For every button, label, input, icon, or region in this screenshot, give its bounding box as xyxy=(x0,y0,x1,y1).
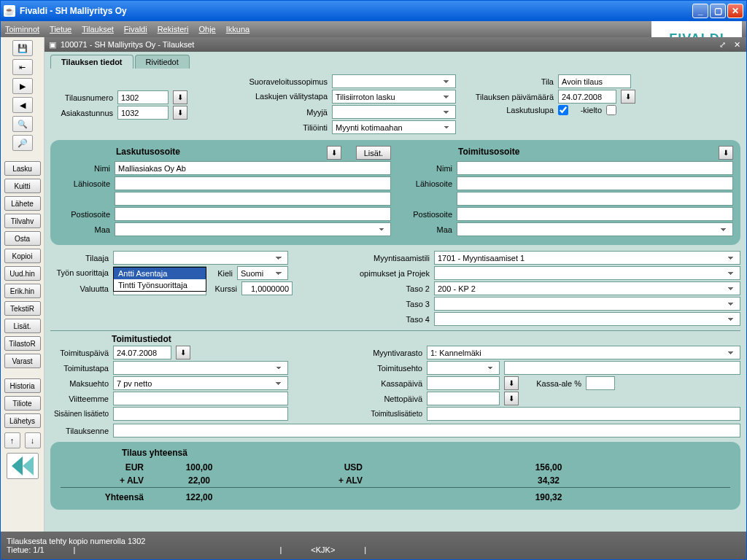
menu-rekisteri[interactable]: Rekisteri xyxy=(158,25,189,34)
tilauspvm-picker[interactable]: ⬇ xyxy=(621,90,635,104)
asiakastunnus-input[interactable] xyxy=(117,106,169,120)
menu-ohje[interactable]: Ohje xyxy=(198,25,215,34)
suoraveloitus-select[interactable] xyxy=(332,74,456,88)
tilaaja-select[interactable] xyxy=(113,251,288,265)
lisat-button[interactable]: Lisät. xyxy=(356,146,391,160)
side-kuitti[interactable]: Kuitti xyxy=(4,179,41,193)
down-icon[interactable]: ↓ xyxy=(25,432,41,448)
nettopaiva-picker[interactable]: ⬇ xyxy=(504,392,519,405)
close-button[interactable]: ✕ xyxy=(727,4,743,18)
menu-fivaldi[interactable]: Fivaldi xyxy=(124,25,147,34)
toimitusehto-input[interactable] xyxy=(504,361,740,375)
tilausnumero-input[interactable] xyxy=(117,90,169,104)
valitystapa-select[interactable]: Tilisiirroton lasku xyxy=(332,90,456,104)
dropdown-option-selected[interactable]: Antti Asentaja xyxy=(114,268,206,279)
toimitusosoite-title: Toimitusosoite xyxy=(400,147,714,157)
side-historia[interactable]: Historia xyxy=(4,378,41,393)
toimitus-lahi2-input[interactable] xyxy=(457,192,733,206)
kassapaiva-input[interactable] xyxy=(427,376,500,390)
myyntivarasto-select[interactable]: 1: Kannelmäki xyxy=(427,346,740,359)
laskutus-lahi2-input[interactable] xyxy=(115,192,391,206)
kassapaiva-picker[interactable]: ⬇ xyxy=(504,376,519,390)
side-tilvahv[interactable]: Tilvahv xyxy=(4,214,41,228)
tilausnumero-picker[interactable]: ⬇ xyxy=(173,90,187,104)
kurssi-input[interactable] xyxy=(241,281,293,295)
kieli-select[interactable]: Suomi xyxy=(237,266,288,280)
toimitus-posti-input[interactable] xyxy=(457,207,733,221)
kassa-ale-input[interactable] xyxy=(586,376,615,390)
toimitus-maa-select[interactable] xyxy=(457,222,733,236)
side-tiliote[interactable]: Tiliote xyxy=(4,396,41,411)
side-osta[interactable]: Osta xyxy=(4,231,41,246)
side-uudhin[interactable]: Uud.hin xyxy=(4,266,41,281)
laskutus-maa-select[interactable] xyxy=(115,222,391,236)
toimituspaiva-picker[interactable]: ⬇ xyxy=(176,346,190,359)
side-erikhin[interactable]: Erik.hin xyxy=(4,284,41,298)
laskutus-posti-input[interactable] xyxy=(115,207,391,221)
tyonsuorittaja-dropdown[interactable]: Antti Asentaja Tintti Työnsuorittaja xyxy=(113,267,206,292)
myyntisaamistili-select[interactable]: 1701 - Myyntisaamiset 1 xyxy=(434,251,740,265)
laskutuslupa-label: Laskutuslupa xyxy=(466,106,554,114)
eur-value: 100,00 xyxy=(148,461,250,474)
sisainen-input[interactable] xyxy=(113,407,288,421)
kielto-label: -kielto xyxy=(573,106,602,114)
address-section: Laskutusosoite ⬇ Lisät. Nimi Lähiosoite … xyxy=(50,140,740,245)
taso4-select[interactable] xyxy=(434,312,740,326)
usd-total: 190,32 xyxy=(367,488,730,505)
myyja-select[interactable] xyxy=(332,105,456,119)
asiakastunnus-picker[interactable]: ⬇ xyxy=(173,106,187,120)
laskutuslupa-checkbox[interactable] xyxy=(558,105,568,115)
sisainen-label: Sisäinen lisätieto xyxy=(50,410,109,418)
tilauksenne-input[interactable] xyxy=(113,424,740,438)
toimitus-picker[interactable]: ⬇ xyxy=(719,146,733,160)
viitteemme-input[interactable] xyxy=(113,392,288,405)
side-lahetys[interactable]: Lähetys xyxy=(4,413,41,428)
side-tilastor[interactable]: TilastoR xyxy=(4,336,41,351)
laskutus-nimi-input[interactable] xyxy=(115,161,391,175)
dropdown-option[interactable]: Tintti Työnsuorittaja xyxy=(114,279,206,291)
taso2-select[interactable]: 200 - KP 2 xyxy=(434,281,740,295)
maksuehto-select[interactable]: 7 pv netto xyxy=(113,376,288,390)
next-icon[interactable]: ▶ xyxy=(12,78,33,94)
first-icon[interactable]: ⇤ xyxy=(12,59,33,75)
maximize-button[interactable]: ▢ xyxy=(710,4,726,18)
sub-restore-icon[interactable]: ⤢ xyxy=(717,39,727,50)
menu-tilaukset[interactable]: Tilaukset xyxy=(82,25,114,34)
toimituslisa-input[interactable] xyxy=(427,407,740,421)
menu-tietue[interactable]: Tietue xyxy=(50,25,71,34)
sopimukset-select[interactable] xyxy=(434,266,740,280)
kielto-checkbox[interactable] xyxy=(606,105,616,115)
minimize-button[interactable]: _ xyxy=(692,4,708,18)
side-tekstir[interactable]: TekstiR xyxy=(4,301,41,316)
tilauspvm-input[interactable] xyxy=(558,90,616,104)
zoom-icon[interactable]: 🔍 xyxy=(12,116,33,132)
nettopaiva-input[interactable] xyxy=(427,392,500,405)
laskutus-lahi-input[interactable] xyxy=(115,176,391,190)
tiliointi-select[interactable]: Myynti kotimaahan xyxy=(332,120,456,134)
sub-close-icon[interactable]: ✕ xyxy=(732,39,742,50)
maa-label: Maa xyxy=(58,225,110,234)
laskutus-picker[interactable]: ⬇ xyxy=(327,146,341,160)
subwindow-title: 100071 - SH Malliyritys Oy - Tilaukset xyxy=(61,40,194,49)
side-kopioi[interactable]: Kopioi xyxy=(4,249,41,263)
menu-ikkuna[interactable]: Ikkuna xyxy=(226,25,249,34)
side-varast[interactable]: Varast xyxy=(4,354,41,368)
tab-rivitiedot[interactable]: Rivitiedot xyxy=(135,55,190,69)
toimitusehto-select[interactable] xyxy=(427,361,500,375)
search-icon[interactable]: 🔎 xyxy=(12,135,33,151)
toimitus-lahi-input[interactable] xyxy=(457,176,733,190)
menu-toiminnot[interactable]: Toiminnot xyxy=(5,25,39,34)
side-lasku[interactable]: Lasku xyxy=(4,161,41,176)
save-icon[interactable]: 💾 xyxy=(12,40,33,56)
taso3-select[interactable] xyxy=(434,297,740,311)
up-icon[interactable]: ↑ xyxy=(4,432,20,448)
toimituspaiva-input[interactable] xyxy=(113,346,171,359)
prev-icon[interactable]: ◀ xyxy=(12,97,33,113)
tila-input[interactable] xyxy=(558,74,631,88)
toimitustapa-select[interactable] xyxy=(113,361,288,375)
side-lahete[interactable]: Lähete xyxy=(4,196,41,211)
toimitus-nimi-input[interactable] xyxy=(457,161,733,175)
tab-tilauksen-tiedot[interactable]: Tilauksen tiedot xyxy=(50,55,133,69)
myyntisaamistili-label: Myyntisaamistili xyxy=(349,254,430,262)
side-lisat[interactable]: Lisät. xyxy=(4,319,41,333)
